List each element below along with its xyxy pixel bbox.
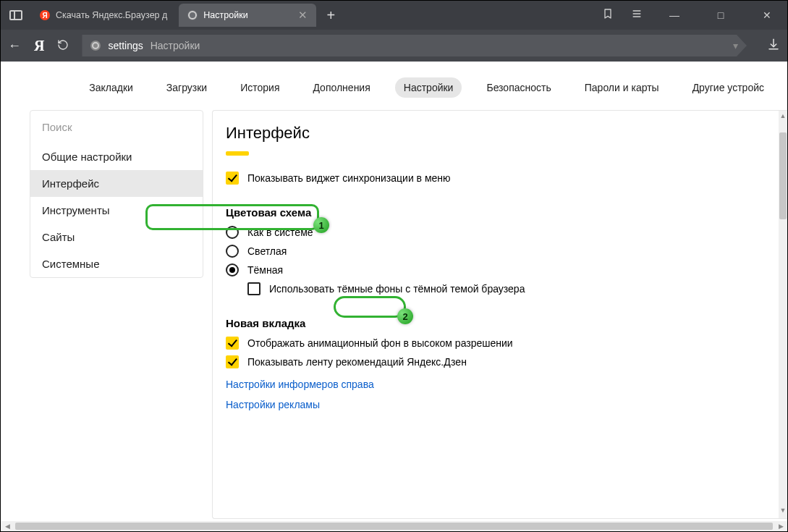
link-ads[interactable]: Настройки рекламы <box>226 399 320 410</box>
radio-selected-icon[interactable] <box>226 263 239 276</box>
sync-widget-option[interactable]: Показывать виджет синхронизации в меню <box>226 172 779 185</box>
scroll-right-icon[interactable]: ▶ <box>776 521 786 531</box>
bookmark-ribbon-icon[interactable] <box>602 8 614 22</box>
settings-main-panel: Интерфейс Показывать виджет синхронизаци… <box>212 110 787 519</box>
option-label: Отображать анимационный фон в высоком ра… <box>247 337 513 349</box>
checkbox-checked-icon[interactable] <box>226 172 239 185</box>
checkbox-unchecked-icon[interactable] <box>247 282 260 295</box>
tab-downloads[interactable]: Загрузки <box>158 77 216 98</box>
tab-security[interactable]: Безопасность <box>478 77 559 98</box>
tab-history[interactable]: История <box>232 77 288 98</box>
address-key: settings <box>108 40 143 51</box>
window-maximize-button[interactable]: □ <box>706 1 735 30</box>
sidebar-item-tools[interactable]: Инструменты <box>30 197 203 224</box>
sidebar-item-sites[interactable]: Сайты <box>30 224 203 250</box>
tab-title: Скачать Яндекс.Браузер д <box>56 10 167 20</box>
sidebar-item-interface[interactable]: Интерфейс <box>30 170 203 197</box>
downloads-button[interactable] <box>767 38 780 54</box>
settings-search-input[interactable]: Поиск <box>30 111 203 143</box>
sidebar-item-general[interactable]: Общие настройки <box>30 143 203 170</box>
scroll-left-icon[interactable]: ◀ <box>2 521 12 531</box>
browser-tab[interactable]: Я Скачать Яндекс.Браузер д <box>31 4 176 27</box>
settings-sidebar: Поиск Общие настройки Интерфейс Инструме… <box>30 110 203 278</box>
color-option-light[interactable]: Светлая <box>226 245 779 258</box>
radio-unselected-icon[interactable] <box>226 226 239 239</box>
radio-label: Тёмная <box>247 264 283 276</box>
new-tab-button[interactable]: + <box>322 7 339 24</box>
panels-toggle-icon[interactable] <box>9 10 22 20</box>
settings-page: Закладки Загрузки История Дополнения Нас… <box>1 62 787 521</box>
horizontal-scrollbar[interactable]: ◀ ▶ <box>1 521 787 531</box>
scroll-down-icon[interactable]: ▼ <box>779 507 787 517</box>
tab-devices[interactable]: Другие устройс <box>684 77 773 98</box>
radio-label: Как в системе <box>247 227 313 238</box>
window-close-button[interactable]: ✕ <box>753 1 781 30</box>
radio-label: Светлая <box>247 245 287 257</box>
site-identity-icon <box>90 41 101 51</box>
page-title: Интерфейс <box>226 124 779 143</box>
gear-favicon-icon <box>187 10 198 20</box>
radio-unselected-icon[interactable] <box>226 245 239 258</box>
bookmark-flag-icon[interactable]: ▾ <box>733 40 738 51</box>
new-tab-header: Новая вкладка <box>226 317 779 329</box>
reload-button[interactable] <box>57 39 69 53</box>
tab-bookmarks[interactable]: Закладки <box>80 77 142 98</box>
back-button[interactable]: ← <box>8 38 21 54</box>
scroll-thumb[interactable] <box>779 132 787 219</box>
color-option-system[interactable]: Как в системе <box>226 226 779 239</box>
address-title: Настройки <box>151 40 200 51</box>
scroll-thumb[interactable] <box>15 523 773 530</box>
dark-bg-label: Использовать тёмные фоны с тёмной темой … <box>269 283 525 295</box>
address-bar[interactable]: settings Настройки ▾ <box>82 35 747 56</box>
new-tab-animated-option[interactable]: Отображать анимационный фон в высоком ра… <box>226 337 779 350</box>
link-informers[interactable]: Настройки информеров справа <box>226 379 374 390</box>
checkbox-checked-icon[interactable] <box>226 355 239 368</box>
scroll-up-icon[interactable]: ▲ <box>779 112 787 122</box>
window-minimize-button[interactable]: — <box>660 1 689 30</box>
tab-settings[interactable]: Настройки <box>395 77 462 98</box>
dark-bg-option[interactable]: Использовать тёмные фоны с тёмной темой … <box>247 282 779 295</box>
tab-title: Настройки <box>203 10 247 20</box>
yandex-favicon-icon: Я <box>40 10 50 20</box>
vertical-scrollbar[interactable]: ▲ ▼ <box>779 111 787 518</box>
sync-widget-label: Показывать виджет синхронизации в меню <box>247 172 451 184</box>
settings-top-tabs: Закладки Загрузки История Дополнения Нас… <box>1 62 787 110</box>
tab-passwords[interactable]: Пароли и карты <box>576 77 668 98</box>
browser-nav-bar: ← Я settings Настройки ▾ <box>1 30 787 62</box>
new-tab-zen-option[interactable]: Показывать ленту рекомендаций Яндекс.Дзе… <box>226 355 779 368</box>
yandex-logo-icon[interactable]: Я <box>34 38 44 54</box>
sidebar-item-system[interactable]: Системные <box>30 250 203 277</box>
search-placeholder-text: Поиск <box>42 121 72 133</box>
close-tab-icon[interactable]: ✕ <box>298 9 308 22</box>
tab-addons[interactable]: Дополнения <box>304 77 378 98</box>
option-label: Показывать ленту рекомендаций Яндекс.Дзе… <box>247 356 467 368</box>
menu-icon[interactable] <box>631 8 643 22</box>
color-scheme-header: Цветовая схема <box>226 206 779 219</box>
checkbox-checked-icon[interactable] <box>226 337 239 350</box>
color-option-dark[interactable]: Тёмная <box>226 263 779 276</box>
browser-tab-bar: Я Скачать Яндекс.Браузер д Настройки ✕ +… <box>1 1 787 30</box>
accent-strip <box>226 151 249 156</box>
browser-tab[interactable]: Настройки ✕ <box>179 4 316 27</box>
